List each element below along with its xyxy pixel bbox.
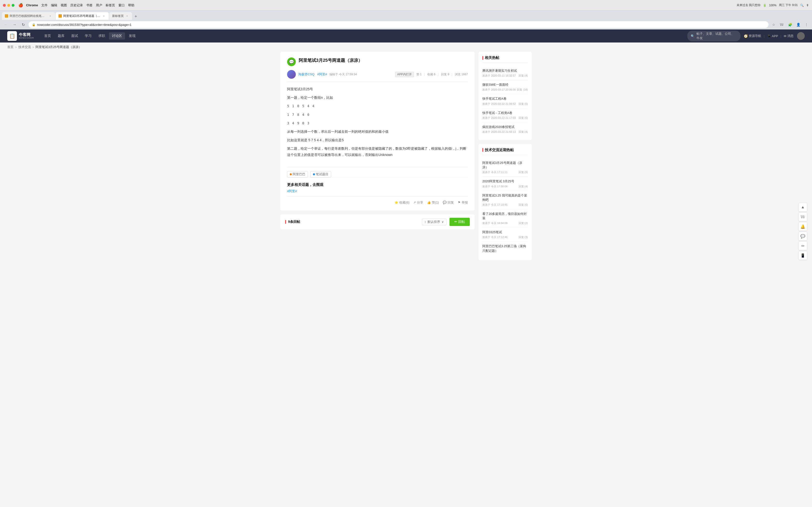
post-tags: 阿里巴巴 笔试题目 [287, 167, 468, 177]
author-name[interactable]: 海森堡CSQ [298, 72, 314, 76]
url-input[interactable]: 🔒 nowcoder.com/discuss/391530?type=all&o… [29, 21, 768, 28]
related-post-3[interactable]: 快手笔试工程A卷 发表于 2020-03-22 21:08:52 回复 (0) [483, 94, 528, 108]
weibo-icon[interactable]: 𝕎 [779, 21, 785, 28]
profile-icon[interactable]: 👤 [795, 21, 801, 28]
tag-exam[interactable]: 笔试题目 [310, 171, 331, 177]
nav-home[interactable]: 首页 [41, 32, 54, 40]
topic-hash[interactable]: #阿里# [287, 189, 297, 193]
hot-post-reply-3: 回复 (6) [519, 203, 528, 207]
view-menu[interactable]: 视图 [61, 3, 67, 7]
new-tab-button[interactable]: + [133, 13, 139, 20]
nav-resource[interactable]: 🧭 资源导航 [744, 34, 761, 38]
tab-close-3[interactable]: × [125, 14, 129, 18]
browser-tab-1[interactable]: 阿里巴巴校园招聘在线笔试3.20... × [2, 12, 55, 20]
hot-post-title-1: 阿里笔试3月25号两道题（凉凉） [483, 161, 528, 169]
related-post-reply-3: 回复 (0) [519, 102, 528, 106]
sort-button[interactable]: ↕ 默认排序 ∨ [422, 219, 447, 225]
related-post-date-5: 发表于 2020-03-22 21:56:13 [483, 130, 516, 134]
refresh-button[interactable]: ↻ [20, 21, 27, 28]
nav-discover[interactable]: 发现 [126, 32, 139, 40]
file-menu[interactable]: 文件 [41, 3, 48, 7]
bookmarks-menu[interactable]: 书签 [86, 3, 93, 7]
tab-close-2[interactable]: × [102, 14, 106, 18]
hot-post-2[interactable]: 2020阿里笔试 3月25号 发表于 今天 17:30:06 回复 (4) [483, 177, 528, 191]
chrome-menu[interactable]: Chrome [26, 3, 38, 7]
help-menu[interactable]: 帮助 [128, 3, 134, 7]
separator-2: | [780, 34, 781, 38]
nav-jobs[interactable]: 求职 [95, 32, 108, 40]
hot-post-4[interactable]: 看了20多篇简历，项目该如何封装 发表于 今天 16:34:09 回复 (2) [483, 209, 528, 228]
hot-post-6[interactable]: 阿里巴巴笔试3.25第三场（菜狗只配记题） [483, 242, 528, 256]
siri-icon[interactable]: 🎙 [806, 4, 809, 7]
post-hash-tag[interactable]: #阿里# [317, 72, 327, 76]
author-avatar[interactable] [287, 70, 296, 79]
minimize-button[interactable] [7, 4, 10, 7]
related-post-5[interactable]: 疯狂游戏2020春招笔试 发表于 2020-03-22 21:56:13 回复 … [483, 122, 528, 136]
browser-tab-3[interactable]: 新标签页 × [109, 12, 132, 20]
report-button[interactable]: ⚑ 举报 [458, 201, 468, 205]
related-post-2[interactable]: 微软SWE一面面经 发表于 2020-03-17 20:06:00 回复 (18… [483, 80, 528, 94]
nav-problems[interactable]: 题库 [55, 32, 67, 40]
breadcrumb-home[interactable]: 首页 [7, 45, 13, 49]
bookmark-star-icon[interactable]: ☆ [770, 21, 777, 28]
user-avatar[interactable] [797, 32, 805, 40]
nav-interview[interactable]: 面试 [68, 32, 81, 40]
search-icon[interactable]: 🔍 [800, 4, 804, 7]
extension-icon[interactable]: 🧩 [787, 21, 793, 28]
edit-menu[interactable]: 编辑 [51, 3, 57, 7]
hot-post-1[interactable]: 阿里笔试3月25号两道题（凉凉） 发表于 今天 17:11:11 回复 (9) [483, 158, 528, 177]
traffic-lights [3, 4, 14, 7]
tab-bar: 阿里巴巴校园招聘在线笔试3.20... × 阿里笔试3月25号两道题（凉凉） ×… [0, 11, 812, 20]
tag-alibaba[interactable]: 阿里巴巴 [287, 171, 308, 177]
url-text: nowcoder.com/discuss/391530?type=all&ord… [37, 23, 132, 26]
hot-post-5[interactable]: 阿里0325笔试 发表于 今天 17:12:46 回复 (3) [483, 228, 528, 242]
like-button[interactable]: 👍 赞(1) [427, 201, 439, 205]
related-post-4[interactable]: 快手笔试 - 工程类A卷 发表于 2020-03-22 21:17:03 回复 … [483, 108, 528, 122]
meta-sep-3: | [452, 73, 452, 76]
post-reply-button[interactable]: ✏ 回帖 [450, 218, 470, 226]
apple-logo: 🍎 [18, 3, 23, 7]
weibo-share-button[interactable]: 𝕎 [799, 213, 807, 221]
related-post-reply-2: 回复 (18) [517, 88, 528, 92]
window-menu[interactable]: 窗口 [118, 3, 125, 7]
meta-sep-1: | [424, 73, 425, 76]
nav-study[interactable]: 学习 [82, 32, 95, 40]
menu-bar: Chrome 文件 编辑 视图 历史记录 书签 用户 标签页 窗口 帮助 [26, 3, 134, 7]
users-menu[interactable]: 用户 [96, 3, 102, 7]
close-button[interactable] [3, 4, 6, 7]
forward-button[interactable]: → [11, 21, 18, 28]
site-logo[interactable]: 📋 牛客网 NOWCODER [7, 31, 34, 41]
flag-icon: ⚑ [458, 201, 461, 204]
post-code-1: 5 1 0 5 4 4 [287, 103, 468, 109]
favorite-button[interactable]: ⭐ 收藏(6) [394, 201, 409, 205]
maximize-button[interactable] [12, 4, 14, 7]
breadcrumb-sep-1: > [15, 45, 17, 49]
open-app-button[interactable]: APP内打开 [395, 72, 414, 77]
share-button[interactable]: ↗ 分享 [413, 201, 423, 205]
tabs-menu[interactable]: 标签页 [106, 3, 115, 7]
back-button[interactable]: ← [2, 21, 9, 28]
mobile-button[interactable]: 📱 [799, 251, 807, 260]
float-sidebar: ▲ 𝕎 🔔 💬 ✏ 📱 [799, 203, 807, 260]
related-post-meta-5: 发表于 2020-03-22 21:56:13 回复 (4) [483, 130, 528, 134]
sidebar: 相关热帖 腾讯测开暑期实习生初试 发表于 2020-03-11 16:32:57… [478, 52, 532, 264]
header-search[interactable]: 🔍 帖子、文章、试题、公司、牛友 [687, 31, 741, 41]
notifications-button[interactable]: 🔔 [799, 222, 807, 231]
breadcrumb-category[interactable]: 技术交流 [18, 45, 31, 49]
menu-dots-icon[interactable]: ⋮ [803, 21, 810, 28]
nav-messages[interactable]: ✉ 消息 [784, 34, 794, 38]
tab-close-1[interactable]: × [48, 14, 52, 18]
browser-tab-2[interactable]: 阿里笔试3月25号两道题（凉凉） × [56, 12, 109, 20]
nav-discuss[interactable]: 讨论区 [109, 32, 125, 40]
related-post-1[interactable]: 腾讯测开暑期实习生初试 发表于 2020-03-11 16:32:57 回复 (… [483, 66, 528, 80]
hot-posts-list: 阿里笔试3月25号两道题（凉凉） 发表于 今天 17:11:11 回复 (9) … [483, 158, 528, 257]
like-icon: 👍 [427, 201, 431, 204]
reply-button[interactable]: 💬 回复 [443, 201, 454, 205]
hot-post-3[interactable]: 阿里笔试3.25 我可能真的是个菜狗吧 发表于 今天 17:10:45 回复 (… [483, 191, 528, 209]
scroll-top-button[interactable]: ▲ [799, 203, 807, 212]
nav-app[interactable]: 📱 APP [767, 34, 778, 38]
edit-float-button[interactable]: ✏ [799, 241, 807, 250]
history-menu[interactable]: 历史记录 [70, 3, 83, 7]
chat-button[interactable]: 💬 [799, 232, 807, 240]
chevron-down-icon: ∨ [442, 220, 444, 224]
